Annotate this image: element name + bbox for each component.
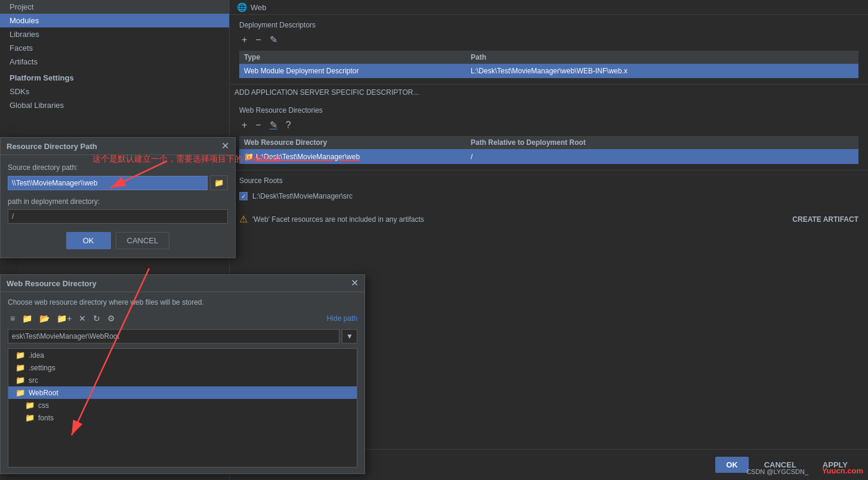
descriptor-path: L:\Desk\Test\MovieManager\web\WEB-INF\we… xyxy=(471,67,854,75)
file-tree[interactable]: 📁 .idea 📁 .settings 📁 src 📁 WebRoot 📁 cs… xyxy=(8,348,357,467)
sidebar-item-global-libraries[interactable]: Global Libraries xyxy=(0,98,229,112)
path-column-header: Path xyxy=(471,53,854,61)
list-item[interactable]: 📁 WebRoot xyxy=(8,386,357,399)
dialog-cancel-btn[interactable]: CANCEL xyxy=(116,232,170,249)
remove-wr-btn[interactable]: − xyxy=(253,119,263,131)
folder-icon: 📁 xyxy=(16,363,25,372)
source-roots-section: Source Roots ✓ L:\Desk\Test\MovieManager… xyxy=(230,171,868,209)
dialog-title: Resource Directory Path xyxy=(7,142,97,151)
sidebar-item-modules[interactable]: Modules xyxy=(0,14,229,27)
dialog-ok-btn[interactable]: OK xyxy=(66,232,111,249)
sidebar-item-libraries[interactable]: Libraries xyxy=(0,27,229,41)
add-server-descriptor-link[interactable]: ADD APPLICATION SERVER SPECIFIC DESCRIPT… xyxy=(230,85,868,100)
folder-icon: 📁 xyxy=(244,152,254,161)
toolbar-list-icon[interactable]: ≡ xyxy=(8,312,17,324)
list-item[interactable]: 📁 fonts xyxy=(8,411,357,424)
source-root-path: L:\Desk\Test\MovieManager\src xyxy=(252,192,353,200)
wr-table-header: Web Resource Directory Path Relative to … xyxy=(239,136,858,149)
toolbar-settings-icon[interactable]: ⚙ xyxy=(105,312,118,324)
add-wr-btn[interactable]: + xyxy=(239,119,249,131)
path-dropdown-btn[interactable]: ▼ xyxy=(342,329,357,343)
web-tab-label: Web xyxy=(251,3,267,12)
folder-icon: 📁 xyxy=(25,413,35,422)
path-input[interactable] xyxy=(8,329,339,343)
toolbar-add-root-icon[interactable]: 📁+ xyxy=(54,312,74,324)
source-dir-browse-btn[interactable]: 📁 xyxy=(210,175,228,190)
table-row[interactable]: 📁 L:\Desk\Test\MovieManager\web / xyxy=(239,149,858,164)
edit-wr-btn[interactable]: ✎ xyxy=(267,119,280,131)
deployment-toolbar: + − ✎ xyxy=(239,34,858,46)
type-column-header: Type xyxy=(244,53,471,61)
dialog-body: Source directory path: 📁 path in deploym… xyxy=(1,155,235,258)
apply-button[interactable]: APPLY xyxy=(812,457,858,473)
source-root-item: ✓ L:\Desk\Test\MovieManager\src xyxy=(239,190,858,203)
folder-icon: 📁 xyxy=(25,401,35,410)
source-dir-input-row: 📁 xyxy=(8,175,228,190)
cancel-button[interactable]: CANCEL xyxy=(753,457,807,473)
web-res-dialog-body: Choose web resource directory where web … xyxy=(1,292,365,473)
folder-icon: 📁 xyxy=(16,388,25,397)
remove-descriptor-btn[interactable]: − xyxy=(253,34,263,46)
deployment-table-header: Type Path xyxy=(239,51,858,64)
warning-row: ⚠ 'Web' Facet resources are not included… xyxy=(230,209,868,230)
sidebar-item-facets[interactable]: Facets xyxy=(0,41,229,55)
folder-icon: 📁 xyxy=(16,351,25,360)
deployment-descriptors-section: Deployment Descriptors + − ✎ Type Path W… xyxy=(230,15,868,85)
web-res-dialog-close-btn[interactable]: ✕ xyxy=(351,278,359,288)
warning-icon: ⚠ xyxy=(239,213,248,225)
web-resource-dirs-title: Web Resource Directories xyxy=(239,106,858,114)
source-dir-label: Source directory path: xyxy=(8,163,228,172)
web-res-file-toolbar: ≡ 📁 📂 📁+ ✕ ↻ ⚙ Hide path xyxy=(8,312,357,324)
dialog-titlebar: Resource Directory Path ✕ xyxy=(1,138,235,155)
wr-dir-col-header: Web Resource Directory xyxy=(244,138,471,147)
wr-dir-value: 📁 L:\Desk\Test\MovieManager\web xyxy=(244,152,468,161)
wr-rel-value: / xyxy=(471,153,854,161)
edit-descriptor-btn[interactable]: ✎ xyxy=(267,34,280,46)
platform-settings-header: Platform Settings xyxy=(0,71,229,85)
toolbar-collapse-icon[interactable]: 📂 xyxy=(37,312,52,324)
sidebar-item-sdks[interactable]: SDKs xyxy=(0,85,229,98)
list-item[interactable]: 📁 css xyxy=(8,399,357,411)
sidebar-item-project[interactable]: Project xyxy=(0,0,229,14)
help-wr-btn[interactable]: ? xyxy=(283,119,294,131)
source-roots-title: Source Roots xyxy=(239,176,858,185)
warning-text: 'Web' Facet resources are not included i… xyxy=(252,215,424,224)
dialog-buttons: OK CANCEL xyxy=(8,232,228,249)
table-row[interactable]: Web Module Deployment Descriptor L:\Desk… xyxy=(239,64,858,78)
resource-directory-dialog: Resource Directory Path ✕ Source directo… xyxy=(0,137,236,258)
toolbar-refresh-icon[interactable]: ↻ xyxy=(91,312,103,324)
list-item[interactable]: 📁 .settings xyxy=(8,361,357,374)
add-descriptor-btn[interactable]: + xyxy=(239,34,249,46)
create-artifact-btn[interactable]: CREATE ARTIFACT xyxy=(792,215,858,224)
folder-icon: 📁 xyxy=(16,376,25,385)
descriptor-type: Web Module Deployment Descriptor xyxy=(244,67,471,75)
list-item[interactable]: 📁 src xyxy=(8,374,357,386)
toolbar-folder-icon[interactable]: 📁 xyxy=(20,312,35,324)
toolbar-delete-icon[interactable]: ✕ xyxy=(76,312,88,324)
deployment-dir-input[interactable] xyxy=(8,209,228,224)
list-item[interactable]: 📁 .idea xyxy=(8,349,357,361)
hide-path-link[interactable]: Hide path xyxy=(327,314,357,323)
sidebar-item-artifacts[interactable]: Artifacts xyxy=(0,55,229,69)
web-res-toolbar: + − ✎ ? xyxy=(239,119,858,131)
deployment-dir-label: path in deployment directory: xyxy=(8,197,228,206)
source-root-checkbox[interactable]: ✓ xyxy=(239,192,248,200)
dialog-close-btn[interactable]: ✕ xyxy=(221,141,229,151)
web-resource-directory-dialog: Web Resource Directory ✕ Choose web reso… xyxy=(0,274,365,474)
deployment-descriptors-title: Deployment Descriptors xyxy=(239,21,858,29)
web-resource-dirs-section: Web Resource Directories + − ✎ ? Web Res… xyxy=(230,100,868,171)
web-res-dialog-title: Web Resource Directory xyxy=(7,279,97,288)
wr-rel-col-header: Path Relative to Deployment Root xyxy=(471,138,854,147)
path-input-row: ▼ xyxy=(8,329,357,343)
web-res-description: Choose web resource directory where web … xyxy=(8,298,357,306)
source-dir-input[interactable] xyxy=(8,176,208,190)
ok-button[interactable]: OK xyxy=(715,457,749,473)
web-res-dialog-titlebar: Web Resource Directory ✕ xyxy=(1,275,365,292)
